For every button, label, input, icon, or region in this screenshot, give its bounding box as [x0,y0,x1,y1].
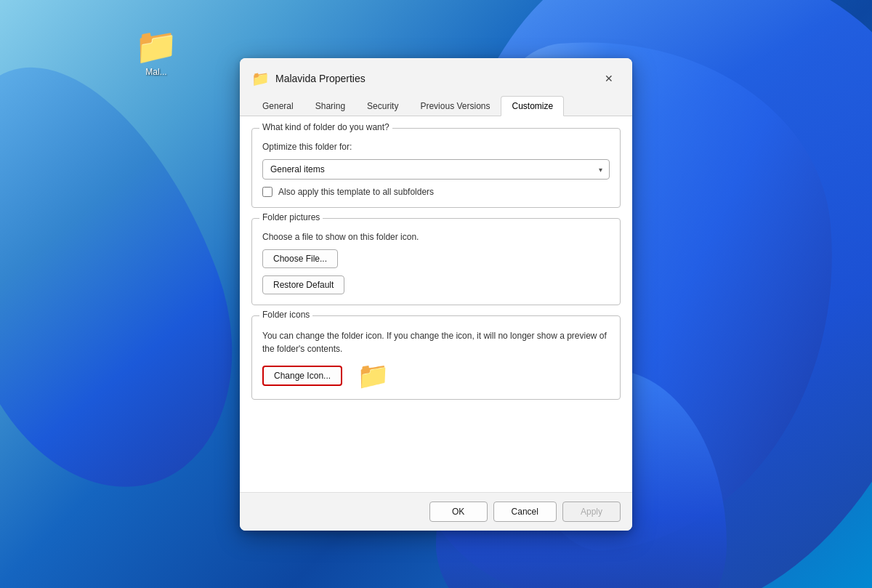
title-bar-left: 📁 Malavida Properties [251,70,366,87]
optimize-dropdown-container: General items Documents Pictures Music V… [262,159,610,180]
title-bar: 📁 Malavida Properties ✕ [240,58,632,90]
folder-type-content: Optimize this folder for: General items … [262,142,610,197]
folder-icons-content: You can change the folder icon. If you c… [262,329,610,389]
optimize-dropdown[interactable]: General items Documents Pictures Music V… [262,159,610,180]
tab-customize[interactable]: Customize [501,96,564,116]
folder-type-title: What kind of folder do you want? [259,122,392,132]
title-folder-icon: 📁 [251,70,270,87]
dialog-overlay: 📁 Malavida Properties ✕ General Sharing … [0,0,872,588]
folder-pictures-title: Folder pictures [259,212,323,222]
folder-pictures-desc: Choose a file to show on this folder ico… [262,232,610,242]
tab-sharing[interactable]: Sharing [304,96,356,116]
tab-general[interactable]: General [251,96,304,116]
folder-pictures-section: Folder pictures Choose a file to show on… [251,218,621,305]
choose-file-button[interactable]: Choose File... [262,249,338,268]
optimize-label: Optimize this folder for: [262,142,610,152]
properties-dialog: 📁 Malavida Properties ✕ General Sharing … [240,58,632,531]
tab-security[interactable]: Security [356,96,409,116]
folder-type-section: What kind of folder do you want? Optimiz… [251,128,621,208]
folder-icons-desc: You can change the folder icon. If you c… [262,329,610,355]
dialog-content: What kind of folder do you want? Optimiz… [240,116,632,492]
folder-pictures-content: Choose a file to show on this folder ico… [262,232,610,294]
dialog-title: Malavida Properties [275,73,366,84]
apply-button[interactable]: Apply [562,502,621,522]
ok-button[interactable]: OK [429,502,488,522]
subfolders-checkbox-row[interactable]: Also apply this template to all subfolde… [262,187,610,197]
close-button[interactable]: ✕ [597,67,621,90]
restore-default-button[interactable]: Restore Default [262,275,344,294]
folder-icons-section: Folder icons You can change the folder i… [251,315,621,400]
folder-icons-bottom: Change Icon... 📁 [262,363,610,389]
cancel-button[interactable]: Cancel [493,502,557,522]
folder-preview-icon: 📁 [357,363,389,389]
change-icon-button[interactable]: Change Icon... [262,366,342,386]
folder-icons-title: Folder icons [259,310,312,320]
tab-previous-versions[interactable]: Previous Versions [409,96,501,116]
tabs-container: General Sharing Security Previous Versio… [240,90,632,116]
subfolders-checkbox[interactable] [262,187,272,197]
subfolders-label: Also apply this template to all subfolde… [278,187,434,197]
dialog-footer: OK Cancel Apply [240,492,632,531]
